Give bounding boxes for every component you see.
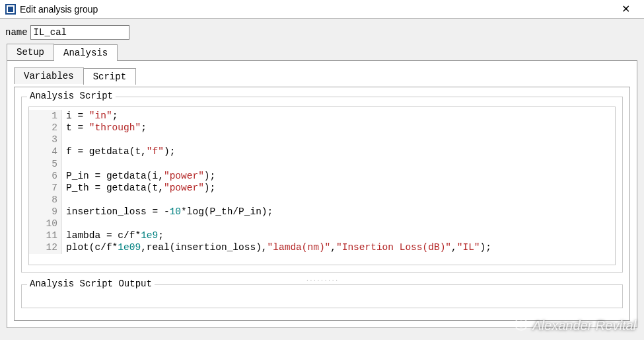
code-line: 9insertion_loss = -10*log(P_th/P_in); xyxy=(29,206,615,218)
line-code xyxy=(62,134,72,146)
code-line: 8 xyxy=(29,194,615,206)
script-tab-panel: Analysis Script 1i = "in";2t = "through"… xyxy=(14,87,630,321)
line-code: plot(c/f*1e09,real(insertion_loss),"lamd… xyxy=(62,241,491,253)
tab-analysis[interactable]: Analysis xyxy=(54,44,118,61)
name-label: name xyxy=(5,27,28,38)
line-code: i = "in"; xyxy=(62,110,118,122)
code-line: 4f = getdata(t,"f"); xyxy=(29,146,615,157)
line-number: 4 xyxy=(29,146,62,157)
titlebar: Edit analysis group ✕ xyxy=(0,0,644,19)
code-line: 2t = "through"; xyxy=(29,122,615,134)
code-line: 7P_th = getdata(t,"power"); xyxy=(29,182,615,194)
line-number: 11 xyxy=(29,230,62,241)
line-number: 3 xyxy=(29,134,62,146)
code-line: 11lambda = c/f*1e9; xyxy=(29,230,615,241)
tab-script[interactable]: Script xyxy=(83,68,136,85)
code-line: 6P_in = getdata(i,"power"); xyxy=(29,170,615,182)
code-line: 3 xyxy=(29,134,615,146)
line-number: 6 xyxy=(29,170,62,182)
code-line: 10 xyxy=(29,218,615,230)
outer-tabstrip: Setup Analysis xyxy=(7,44,637,60)
script-editor[interactable]: 1i = "in";2t = "through";3 4f = getdata(… xyxy=(28,106,616,265)
line-code xyxy=(62,194,72,206)
analysis-script-legend: Analysis Script xyxy=(27,91,116,101)
code-line: 12plot(c/f*1e09,real(insertion_loss),"la… xyxy=(29,241,615,253)
line-number: 2 xyxy=(29,122,62,134)
line-code xyxy=(62,218,72,230)
code-line: 1i = "in"; xyxy=(29,110,615,122)
window-title: Edit analysis group xyxy=(20,4,612,15)
analysis-script-group: Analysis Script 1i = "in";2t = "through"… xyxy=(21,97,623,273)
tab-setup[interactable]: Setup xyxy=(7,44,54,60)
svg-rect-1 xyxy=(8,7,13,12)
line-number: 10 xyxy=(29,218,62,230)
name-input[interactable] xyxy=(30,25,129,40)
line-code: insertion_loss = -10*log(P_th/P_in); xyxy=(62,206,273,218)
name-row: name xyxy=(0,19,644,44)
line-code: P_in = getdata(i,"power"); xyxy=(62,170,215,182)
tab-variables[interactable]: Variables xyxy=(14,67,84,84)
code-line: 5 xyxy=(29,158,615,170)
close-button[interactable]: ✕ xyxy=(612,0,639,19)
analysis-panel: Variables Script Analysis Script 1i = "i… xyxy=(7,60,637,328)
analysis-script-output-group: Analysis Script Output xyxy=(21,284,623,308)
analysis-script-output-legend: Analysis Script Output xyxy=(27,278,155,289)
line-number: 5 xyxy=(29,158,62,170)
line-code: t = "through"; xyxy=(62,122,147,134)
line-code xyxy=(62,158,72,170)
line-number: 1 xyxy=(29,110,62,122)
line-number: 8 xyxy=(29,194,62,206)
line-number: 12 xyxy=(29,241,62,253)
inner-tabstrip: Variables Script xyxy=(14,67,630,84)
line-number: 7 xyxy=(29,182,62,194)
line-code: lambda = c/f*1e9; xyxy=(62,230,164,241)
app-icon xyxy=(5,4,16,15)
line-code: P_th = getdata(t,"power"); xyxy=(62,182,215,194)
line-number: 9 xyxy=(29,206,62,218)
line-code: f = getdata(t,"f"); xyxy=(62,146,175,157)
